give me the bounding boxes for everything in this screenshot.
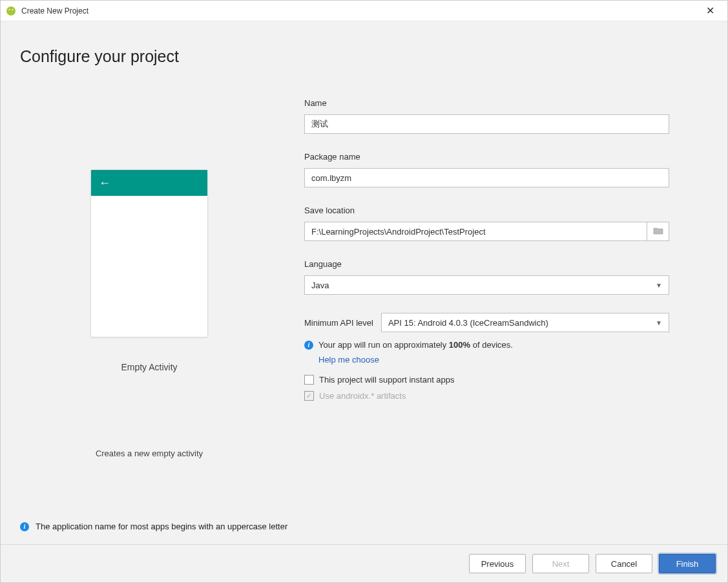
- back-arrow-icon: ←: [99, 176, 110, 190]
- form-column: Name Package name Save location: [304, 98, 708, 522]
- footer-info: i The application name for most apps beg…: [1, 522, 727, 544]
- info-icon: i: [304, 341, 313, 350]
- language-label: Language: [304, 259, 669, 269]
- androidx-label: Use androidx.* artifacts: [319, 391, 406, 401]
- language-value: Java: [311, 281, 329, 290]
- svg-point-2: [12, 9, 14, 10]
- button-bar: Previous Next Cancel Finish: [1, 544, 727, 582]
- instant-apps-row: This project will support instant apps: [304, 375, 669, 385]
- name-input[interactable]: [304, 114, 669, 134]
- location-input-row: [304, 222, 669, 241]
- preview-app-bar: ←: [91, 170, 207, 196]
- coverage-text: Your app will run on approximately 100% …: [318, 340, 513, 350]
- package-input[interactable]: [304, 168, 669, 187]
- androidx-checkbox: [304, 391, 314, 401]
- template-name: Empty Activity: [121, 362, 177, 372]
- titlebar: Create New Project ✕: [1, 1, 727, 21]
- name-group: Name: [304, 98, 669, 134]
- chevron-down-icon: ▼: [656, 282, 662, 289]
- coverage-info: i Your app will run on approximately 100…: [304, 340, 669, 350]
- close-button[interactable]: ✕: [698, 2, 722, 19]
- api-select[interactable]: API 15: Android 4.0.3 (IceCreamSandwich)…: [381, 313, 669, 332]
- wizard-window: Create New Project ✕ Configure your proj…: [0, 0, 728, 583]
- svg-point-1: [9, 9, 10, 10]
- instant-apps-checkbox[interactable]: [304, 375, 314, 385]
- next-button: Next: [532, 554, 589, 573]
- footer-warning: The application name for most apps begin…: [36, 522, 287, 531]
- template-preview: ←: [90, 169, 208, 337]
- window-title: Create New Project: [21, 6, 698, 16]
- language-select[interactable]: Java ▼: [304, 275, 669, 295]
- package-label: Package name: [304, 152, 669, 162]
- info-icon: i: [20, 522, 29, 531]
- main-area: ← Empty Activity Creates a new empty act…: [20, 98, 708, 522]
- browse-button[interactable]: [647, 222, 669, 241]
- api-value: API 15: Android 4.0.3 (IceCreamSandwich): [388, 318, 548, 328]
- package-group: Package name: [304, 152, 669, 187]
- instant-apps-label: This project will support instant apps: [319, 375, 455, 385]
- content-area: Configure your project ← Empty Activity …: [1, 21, 727, 522]
- finish-button[interactable]: Finish: [659, 554, 716, 573]
- template-description: Creates a new empty activity: [96, 449, 203, 458]
- name-label: Name: [304, 98, 669, 108]
- api-label: Minimum API level: [304, 318, 373, 328]
- location-group: Save location: [304, 206, 669, 241]
- previous-button[interactable]: Previous: [469, 554, 526, 573]
- folder-icon: [653, 227, 663, 237]
- location-input[interactable]: [304, 222, 647, 241]
- page-heading: Configure your project: [20, 47, 708, 66]
- location-label: Save location: [304, 206, 669, 215]
- android-studio-icon: [6, 6, 16, 16]
- preview-column: ← Empty Activity Creates a new empty act…: [20, 98, 278, 522]
- svg-point-0: [6, 6, 16, 16]
- chevron-down-icon: ▼: [656, 319, 662, 326]
- api-row: Minimum API level API 15: Android 4.0.3 …: [304, 313, 669, 332]
- androidx-row: Use androidx.* artifacts: [304, 391, 669, 401]
- help-me-choose-link[interactable]: Help me choose: [318, 355, 379, 365]
- language-group: Language Java ▼: [304, 259, 669, 295]
- cancel-button[interactable]: Cancel: [596, 554, 652, 573]
